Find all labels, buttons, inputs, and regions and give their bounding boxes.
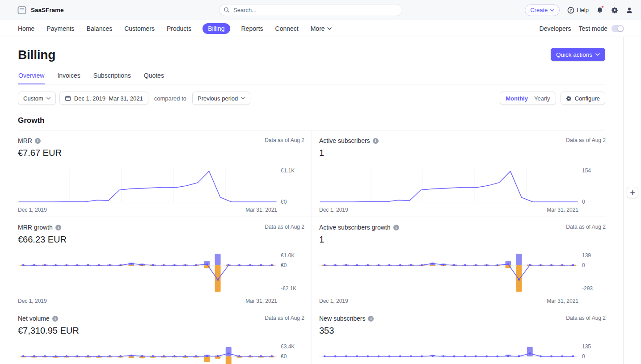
- info-icon[interactable]: i: [52, 316, 58, 322]
- info-icon[interactable]: i: [55, 225, 61, 230]
- nav-item-customers[interactable]: Customers: [123, 23, 156, 34]
- brand[interactable]: SaaSFrame: [17, 0, 64, 20]
- mrr-growth-bar-chart[interactable]: €1.0K€0-€2.1K: [18, 252, 277, 295]
- info-icon[interactable]: i: [393, 225, 399, 230]
- nav-item-balances[interactable]: Balances: [86, 23, 114, 34]
- help-icon: ?: [567, 7, 574, 14]
- chevron-down-icon: [595, 53, 600, 56]
- plus-icon: [630, 190, 636, 196]
- nav-item-connect[interactable]: Connect: [274, 23, 299, 34]
- nav-item-more[interactable]: More: [310, 23, 333, 34]
- settings-gear-icon[interactable]: [611, 7, 618, 14]
- page-title: Billing: [18, 48, 55, 62]
- data-as-of: Data as of Aug 2: [566, 137, 606, 143]
- compare-period-dropdown[interactable]: Previous period: [192, 92, 250, 105]
- metric-value: 1: [319, 148, 606, 158]
- chevron-down-icon: [46, 97, 51, 100]
- tab-subscriptions[interactable]: Subscriptions: [93, 68, 131, 84]
- card-title: New subscribers: [319, 315, 365, 322]
- metric-card-active-subscribers-growth: Active subscribers growth i Data as of A…: [312, 217, 606, 308]
- tab-quotes[interactable]: Quotes: [143, 68, 164, 84]
- top-bar: SaaSFrame Create ? Help: [0, 0, 641, 20]
- nav-item-payments[interactable]: Payments: [46, 23, 75, 34]
- metric-card-mrr: MRR i Data as of Aug 2 €7.67 EUR €1.1K€0…: [18, 130, 312, 217]
- metric-value: €7,310.95 EUR: [18, 326, 304, 336]
- metric-card-active-subscribers: Active subscribers i Data as of Aug 2 1 …: [312, 130, 606, 217]
- metric-value: €7.67 EUR: [18, 148, 304, 158]
- info-icon[interactable]: i: [373, 138, 379, 144]
- new-subscribers-bar-chart[interactable]: 1350: [319, 343, 578, 364]
- profile-avatar-icon[interactable]: [626, 7, 633, 14]
- quick-actions-button[interactable]: Quick actions: [551, 48, 605, 61]
- metric-card-mrr-growth: MRR growth i Data as of Aug 2 €66.23 EUR…: [18, 217, 312, 308]
- primary-nav: Home Payments Balances Customers Product…: [0, 20, 641, 37]
- interval-option-yearly[interactable]: Yearly: [534, 95, 550, 102]
- calendar-icon: [65, 95, 71, 101]
- mrr-line-chart[interactable]: €1.1K€0: [18, 168, 277, 204]
- tab-invoices[interactable]: Invoices: [57, 68, 80, 84]
- x-axis: Dec 1, 2019Mar 31, 2021: [18, 298, 277, 304]
- metric-value: 1: [319, 234, 606, 245]
- metric-value: 353: [319, 326, 606, 336]
- active-subscribers-line-chart[interactable]: 1540: [319, 168, 578, 204]
- help-label: Help: [577, 7, 589, 13]
- chevron-down-icon: [241, 97, 245, 100]
- data-as-of: Data as of Aug 2: [265, 315, 304, 321]
- date-preset-dropdown[interactable]: Custom: [18, 92, 56, 105]
- card-title: MRR: [18, 137, 32, 144]
- data-as-of: Data as of Aug 2: [566, 315, 606, 321]
- data-as-of: Data as of Aug 2: [566, 224, 606, 230]
- right-rail-add-button[interactable]: [627, 187, 638, 198]
- card-title: Net volume: [18, 315, 50, 322]
- nav-item-products[interactable]: Products: [166, 23, 192, 34]
- main-content: Billing Quick actions Overview Invoices …: [0, 37, 624, 364]
- x-axis: Dec 1, 2019Mar 31, 2021: [319, 298, 578, 304]
- chevron-down-icon: [327, 27, 332, 30]
- brand-logo-icon: [17, 5, 27, 15]
- x-axis: Dec 1, 2019Mar 31, 2021: [18, 207, 277, 213]
- nav-item-home[interactable]: Home: [17, 23, 35, 34]
- card-title: Active subscribers: [319, 137, 370, 144]
- metric-card-net-volume: Net volume i Data as of Aug 2 €7,310.95 …: [18, 308, 312, 364]
- create-button[interactable]: Create: [525, 4, 560, 16]
- net-volume-bar-chart[interactable]: €3.4K€0-€2.1K: [18, 343, 277, 364]
- chevron-down-icon: [550, 9, 554, 12]
- toggle-knob: [618, 26, 623, 31]
- compared-to-label: compared to: [154, 95, 186, 102]
- x-axis: Dec 1, 2019Mar 31, 2021: [319, 207, 578, 213]
- info-icon[interactable]: i: [35, 138, 41, 144]
- metric-cards-grid: MRR i Data as of Aug 2 €7.67 EUR €1.1K€0…: [18, 130, 605, 364]
- global-search: [219, 4, 402, 16]
- nav-item-developers[interactable]: Developers: [540, 25, 571, 32]
- configure-gear-icon: [566, 96, 572, 101]
- create-button-label: Create: [530, 7, 548, 13]
- card-title: Active subscribers growth: [319, 224, 391, 231]
- search-icon: [224, 7, 230, 13]
- test-mode-label: Test mode: [578, 25, 607, 32]
- metric-value: €66.23 EUR: [18, 234, 304, 245]
- billing-tabs: Overview Invoices Subscriptions Quotes: [18, 68, 605, 84]
- filter-bar: Custom Dec 1, 2019–Mar 31, 2021 compared…: [18, 92, 605, 105]
- svg-text:?: ?: [570, 8, 572, 13]
- search-input[interactable]: [219, 4, 402, 16]
- interval-segmented-control: Monthly Yearly: [500, 92, 556, 105]
- interval-option-monthly[interactable]: Monthly: [506, 95, 528, 102]
- nav-item-reports[interactable]: Reports: [240, 23, 264, 34]
- section-title-growth: Growth: [18, 116, 605, 125]
- configure-button[interactable]: Configure: [561, 92, 605, 105]
- test-mode-toggle[interactable]: [611, 25, 624, 32]
- tab-overview[interactable]: Overview: [18, 68, 45, 84]
- card-title: MRR growth: [18, 224, 53, 231]
- active-subscribers-growth-bar-chart[interactable]: 1390-293: [319, 252, 578, 295]
- notification-dot: [601, 5, 604, 8]
- data-as-of: Data as of Aug 2: [265, 224, 304, 230]
- info-icon[interactable]: i: [368, 316, 374, 322]
- help-button[interactable]: ? Help: [567, 7, 589, 14]
- date-range-button[interactable]: Dec 1, 2019–Mar 31, 2021: [59, 92, 148, 105]
- metric-card-new-subscribers: New subscribers i Data as of Aug 2 353 1…: [312, 308, 606, 364]
- brand-name: SaaSFrame: [31, 7, 64, 13]
- notifications-button[interactable]: [596, 7, 603, 14]
- nav-item-billing[interactable]: Billing: [202, 23, 230, 34]
- data-as-of: Data as of Aug 2: [265, 137, 304, 143]
